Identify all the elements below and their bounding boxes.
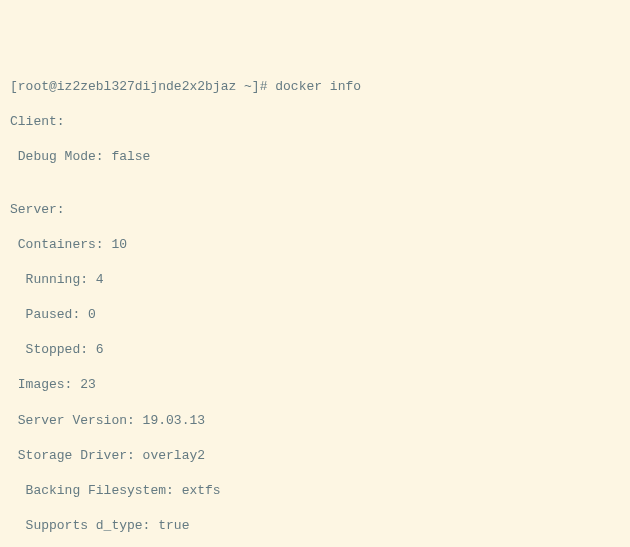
paused-count: Paused: 0 <box>10 306 620 324</box>
running-count: Running: 4 <box>10 271 620 289</box>
command-prompt-line: [root@iz2zebl327dijnde2x2bjaz ~]# docker… <box>10 78 620 96</box>
client-header: Client: <box>10 113 620 131</box>
server-version: Server Version: 19.03.13 <box>10 412 620 430</box>
stopped-count: Stopped: 6 <box>10 341 620 359</box>
containers-count: Containers: 10 <box>10 236 620 254</box>
supports-dtype: Supports d_type: true <box>10 517 620 535</box>
storage-driver: Storage Driver: overlay2 <box>10 447 620 465</box>
backing-filesystem: Backing Filesystem: extfs <box>10 482 620 500</box>
server-header: Server: <box>10 201 620 219</box>
client-debug-mode: Debug Mode: false <box>10 148 620 166</box>
images-count: Images: 23 <box>10 376 620 394</box>
